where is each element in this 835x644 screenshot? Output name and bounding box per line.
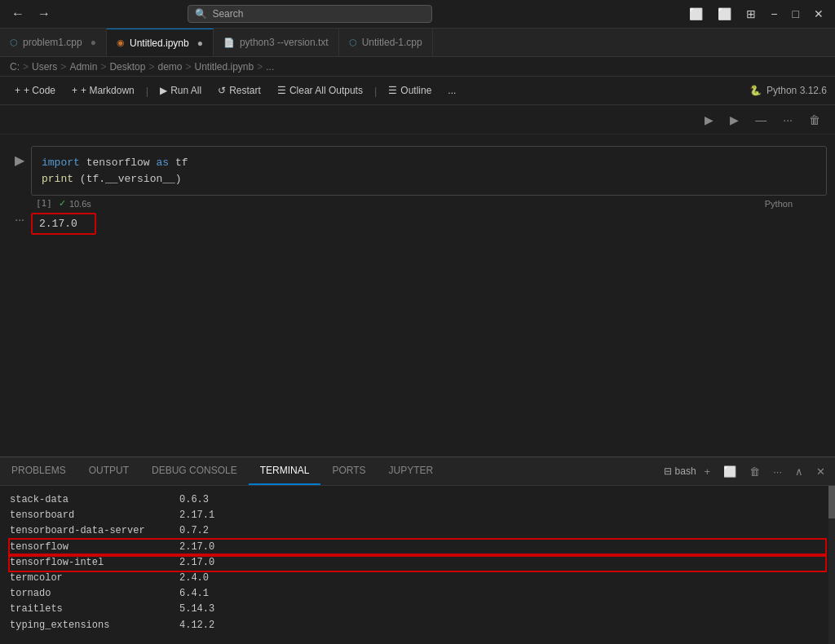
forward-button[interactable]: → xyxy=(33,5,55,23)
breadcrumb-desktop: Desktop xyxy=(109,61,145,73)
pkg-version: 2.17.0 xyxy=(179,540,214,555)
tab-terminal[interactable]: TERMINAL xyxy=(249,457,321,485)
cell-1: ▶ import tensorflow as tf print (tf.__ve… xyxy=(8,146,827,235)
tab-close-problem1[interactable]: ● xyxy=(91,37,96,48)
cpp-icon-2: ⬡ xyxy=(349,37,357,48)
terminal-line-tensorboard: tensorboard 2.17.1 xyxy=(10,508,825,523)
tab-debug-console[interactable]: DEBUG CONSOLE xyxy=(140,457,249,485)
add-code-button[interactable]: + + Code xyxy=(8,82,62,99)
outline-icon: ☰ xyxy=(388,85,397,96)
output-dots-button[interactable]: ··· xyxy=(15,213,24,226)
tab-untitled-ipynb[interactable]: ◉ Untitled.ipynb ● xyxy=(107,29,214,56)
search-icon: 🔍 xyxy=(195,8,207,20)
txt-icon: 📄 xyxy=(223,37,235,48)
terminal-line-traitlets: traitlets 5.14.3 xyxy=(10,602,825,617)
terminal-line-typing-extensions: typing_extensions 4.12.2 xyxy=(10,618,825,633)
restart-button[interactable]: ↺ Restart xyxy=(211,82,267,99)
terminal-actions: ⊟ bash + ⬜ 🗑 ··· ∧ ✕ xyxy=(664,457,835,485)
clear-all-button[interactable]: ☰ Clear All Outputs xyxy=(271,82,369,99)
terminal-split-button[interactable]: ⬜ xyxy=(718,463,741,480)
pkg-version: 6.4.1 xyxy=(179,586,209,602)
pkg-name: typing_extensions xyxy=(10,618,173,633)
cpp-icon: ⬡ xyxy=(10,37,18,48)
search-placeholder: Search xyxy=(212,8,243,20)
terminal-line-tensorflow: tensorflow 2.17.0 xyxy=(10,540,825,555)
list-icon: ☰ xyxy=(277,85,286,96)
tab-problems[interactable]: PROBLEMS xyxy=(0,457,77,485)
tab-untitled-cpp[interactable]: ⬡ Untitled-1.cpp xyxy=(339,29,433,56)
terminal-icon: ⊟ xyxy=(664,465,672,477)
terminal-line-tensorflow-intel: tensorflow-intel 2.17.0 xyxy=(10,555,825,571)
terminal-content: stack-data 0.6.3 tensorboard 2.17.1 tens… xyxy=(0,486,835,644)
terminal-panel: PROBLEMS OUTPUT DEBUG CONSOLE TERMINAL P… xyxy=(0,457,835,644)
separator-1: | xyxy=(146,85,148,97)
pkg-name: tornado xyxy=(10,586,173,602)
python-icon: 🐍 xyxy=(749,85,762,96)
pkg-name: tensorboard-data-server xyxy=(10,523,173,539)
breadcrumb-demo: demo xyxy=(157,61,182,73)
add-markdown-button[interactable]: + + Markdown xyxy=(65,82,141,99)
breadcrumb-admin: Admin xyxy=(69,61,97,73)
breadcrumb: C: > Users > Admin > Desktop > demo > Un… xyxy=(0,57,835,77)
execution-time: 10.6s xyxy=(69,199,91,209)
play-icon: ▶ xyxy=(160,85,167,96)
run-below-button[interactable]: ▶ xyxy=(725,111,744,129)
pkg-version: 0.7.2 xyxy=(179,523,209,539)
tab-jupyter[interactable]: JUPYTER xyxy=(378,457,445,485)
cell-language: Python xyxy=(765,199,793,209)
run-above-button[interactable]: ▶ xyxy=(700,111,718,129)
search-bar[interactable]: 🔍 Search xyxy=(188,5,432,23)
pkg-name: traitlets xyxy=(10,602,173,617)
terminal-line-tensorboard-data: tensorboard-data-server 0.7.2 xyxy=(10,523,825,539)
outline-button[interactable]: ☰ Outline xyxy=(382,82,438,99)
pkg-name: tensorboard xyxy=(10,508,173,523)
maximize-button[interactable]: □ xyxy=(788,6,804,22)
close-button[interactable]: ✕ xyxy=(809,6,828,22)
pkg-name: tensorflow-intel xyxy=(10,555,173,571)
pkg-name: stack-data xyxy=(10,492,173,508)
tab-ports[interactable]: PORTS xyxy=(320,457,377,485)
run-cell-button[interactable]: ▶ xyxy=(8,146,31,174)
code-line-1: import tensorflow as tf xyxy=(42,155,816,171)
scrollbar-track xyxy=(828,486,835,644)
tab-python3-txt[interactable]: 📄 python3 --version.txt xyxy=(214,29,339,56)
grid-icon[interactable]: ⊞ xyxy=(741,6,761,22)
pkg-version: 2.4.0 xyxy=(179,571,209,586)
tab-label-untitled-ipynb: Untitled.ipynb xyxy=(130,37,189,49)
tab-output[interactable]: OUTPUT xyxy=(77,457,140,485)
tab-problem1-cpp[interactable]: ⬡ problem1.cpp ● xyxy=(0,29,107,56)
pkg-name: tensorflow xyxy=(10,540,173,555)
cell-execution-count: [1] xyxy=(36,198,52,209)
python-version-indicator[interactable]: 🐍 Python 3.12.6 xyxy=(749,85,827,96)
run-all-button[interactable]: ▶ Run All xyxy=(153,82,208,99)
separator-2: | xyxy=(374,85,377,97)
breadcrumb-more: ... xyxy=(266,61,274,73)
scrollbar-thumb[interactable] xyxy=(828,486,835,518)
terminal-maximize-button[interactable]: ∧ xyxy=(790,463,808,480)
back-button[interactable]: ← xyxy=(7,5,29,23)
new-terminal-button[interactable]: + xyxy=(700,463,716,480)
minimize-button[interactable]: − xyxy=(766,6,782,22)
terminal-more-button[interactable]: ··· xyxy=(768,463,787,480)
more-toolbar-button[interactable]: ... xyxy=(441,82,462,99)
cell-status-row: [1] ✓ 10.6s Python xyxy=(8,196,827,211)
layout-icon[interactable]: ⬜ xyxy=(684,6,708,22)
collapse-button[interactable]: — xyxy=(750,111,771,129)
cell-output: 2.17.0 xyxy=(31,213,96,235)
cell-more-button[interactable]: ··· xyxy=(778,111,797,129)
plus-icon: + xyxy=(15,85,20,96)
tab-close-ipynb[interactable]: ● xyxy=(197,37,203,49)
tab-label-problem1: problem1.cpp xyxy=(23,37,82,48)
terminal-close-button[interactable]: ✕ xyxy=(811,463,830,480)
tab-bar: ⬡ problem1.cpp ● ◉ Untitled.ipynb ● 📄 py… xyxy=(0,29,835,57)
split-icon[interactable]: ⬜ xyxy=(713,6,736,22)
breadcrumb-file: Untitled.ipynb xyxy=(195,61,254,73)
terminal-delete-button[interactable]: 🗑 xyxy=(744,463,765,480)
cell-code-editor[interactable]: import tensorflow as tf print (tf.__vers… xyxy=(31,146,827,196)
restart-icon: ↺ xyxy=(218,85,226,96)
breadcrumb-c: C: xyxy=(10,61,20,73)
pkg-version: 4.12.2 xyxy=(179,618,214,633)
delete-cell-button[interactable]: 🗑 xyxy=(804,111,825,129)
notebook-area: ▶ import tensorflow as tf print (tf.__ve… xyxy=(0,135,835,457)
more-icon: ... xyxy=(448,85,456,96)
